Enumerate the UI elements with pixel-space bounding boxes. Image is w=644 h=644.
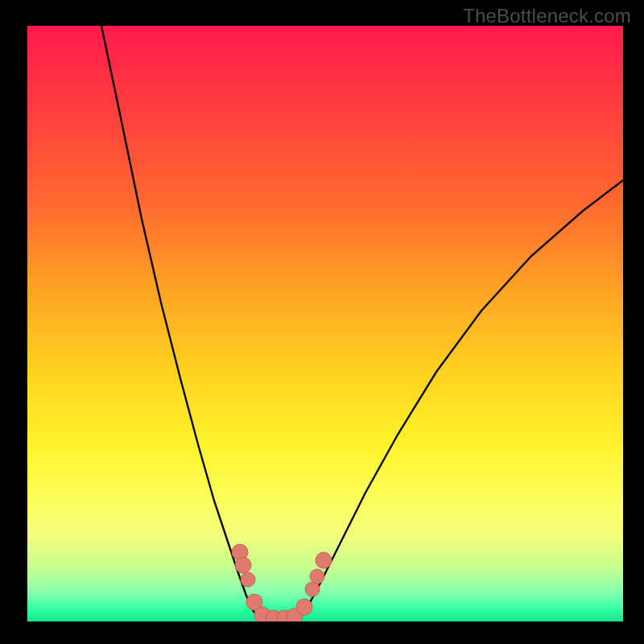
outer-frame: TheBottleneck.com [0, 0, 644, 644]
curve-marker [305, 582, 320, 597]
curve-marker [235, 557, 251, 573]
curve-markers [232, 544, 332, 621]
curve-path [101, 26, 623, 620]
curve-layer [27, 26, 623, 621]
curve-marker [296, 599, 312, 615]
plot-area [27, 26, 623, 621]
curve-marker [241, 572, 255, 587]
watermark-text: TheBottleneck.com [463, 5, 631, 27]
curve-marker [310, 569, 324, 584]
bottleneck-curve [101, 26, 623, 620]
curve-marker [316, 552, 332, 568]
